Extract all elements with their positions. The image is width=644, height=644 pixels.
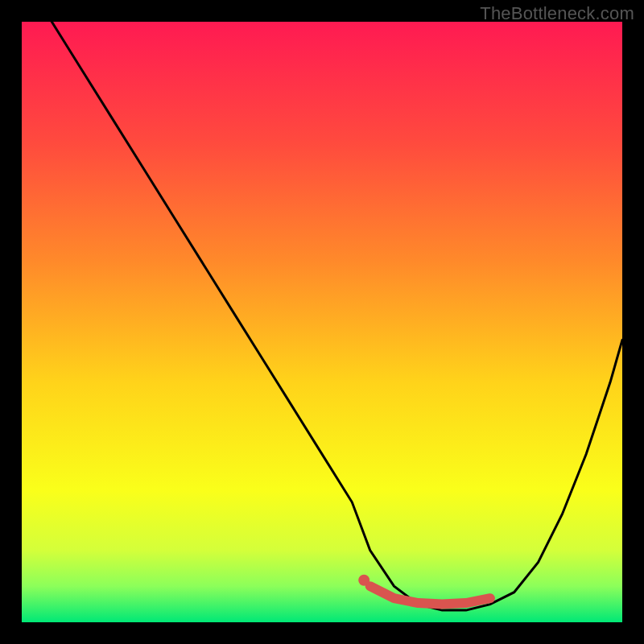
optimal-start-dot	[358, 575, 369, 586]
bottleneck-chart-svg	[22, 22, 622, 622]
gradient-background	[22, 22, 622, 622]
watermark-text: TheBottleneck.com	[480, 3, 634, 24]
chart-frame: TheBottleneck.com	[0, 0, 644, 644]
plot-area	[22, 22, 622, 622]
